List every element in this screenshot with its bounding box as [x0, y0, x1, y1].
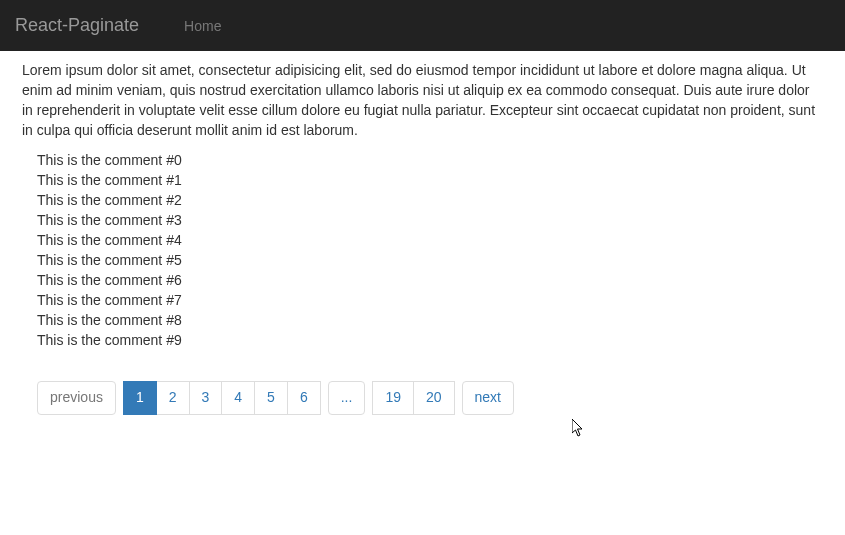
pagination-next[interactable]: next — [463, 381, 514, 415]
pagination-page-2[interactable]: 2 — [157, 381, 190, 415]
pagination-page-20[interactable]: 20 — [414, 381, 455, 415]
intro-paragraph: Lorem ipsum dolor sit amet, consectetur … — [22, 61, 823, 141]
list-item: This is the comment #0 — [37, 151, 823, 171]
comments-list: This is the comment #0 This is the comme… — [22, 151, 823, 351]
list-item: This is the comment #1 — [37, 171, 823, 191]
list-item: This is the comment #5 — [37, 251, 823, 271]
main-container: Lorem ipsum dolor sit amet, consectetur … — [0, 51, 845, 445]
pagination-page-3[interactable]: 3 — [190, 381, 223, 415]
list-item: This is the comment #9 — [37, 331, 823, 351]
navbar: React-Paginate Home — [0, 0, 845, 51]
pagination-page-6[interactable]: 6 — [288, 381, 321, 415]
list-item: This is the comment #6 — [37, 271, 823, 291]
pagination-page-1[interactable]: 1 — [124, 381, 157, 415]
list-item: This is the comment #7 — [37, 291, 823, 311]
pagination: previous 1 2 3 4 5 6 ... 19 20 next — [37, 381, 823, 415]
pagination-break[interactable]: ... — [329, 381, 366, 415]
list-item: This is the comment #8 — [37, 311, 823, 331]
pagination-previous[interactable]: previous — [37, 381, 116, 415]
pagination-page-4[interactable]: 4 — [222, 381, 255, 415]
pagination-page-19[interactable]: 19 — [373, 381, 414, 415]
nav-home-link[interactable]: Home — [169, 3, 236, 49]
pagination-page-5[interactable]: 5 — [255, 381, 288, 415]
list-item: This is the comment #2 — [37, 191, 823, 211]
navbar-brand: React-Paginate — [15, 0, 154, 51]
list-item: This is the comment #4 — [37, 231, 823, 251]
list-item: This is the comment #3 — [37, 211, 823, 231]
